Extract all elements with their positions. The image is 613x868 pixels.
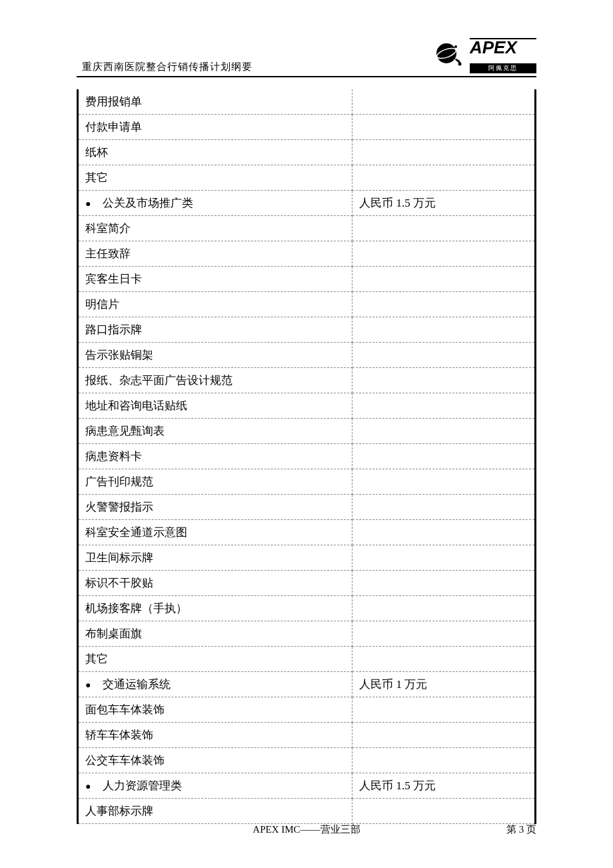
header-title: 重庆西南医院整合行销传播计划纲要 — [77, 61, 253, 73]
value-cell — [352, 495, 536, 520]
item-cell: 科室安全通道示意图 — [78, 520, 352, 545]
value-cell — [352, 165, 536, 191]
table-row: 科室安全通道示意图 — [78, 520, 536, 545]
value-cell — [352, 216, 536, 241]
item-label: 地址和咨询电话贴纸 — [85, 399, 187, 412]
item-label: 宾客生日卡 — [85, 273, 142, 285]
value-cell — [352, 140, 536, 165]
value-cell — [352, 444, 536, 469]
apex-logo-subtitle: 阿佩克思 — [470, 63, 536, 73]
value-cell — [352, 241, 536, 267]
table-row: 面包车车体装饰 — [78, 697, 536, 723]
item-label: 纸杯 — [85, 146, 108, 159]
value-cell — [352, 89, 536, 115]
value-cell — [352, 115, 536, 140]
table-row: 费用报销单 — [78, 89, 536, 115]
table-row: 布制桌面旗 — [78, 621, 536, 647]
item-cell: 广告刊印规范 — [78, 469, 352, 495]
item-cell: 付款申请单 — [78, 115, 352, 140]
budget-table: 费用报销单付款申请单纸杯其它●公关及市场推广类人民币 1.5 万元科室简介主任致… — [77, 89, 536, 824]
item-label: 轿车车体装饰 — [85, 729, 153, 741]
table-row: 病患资料卡 — [78, 444, 536, 469]
item-label: 病患意见甄询表 — [85, 425, 165, 437]
item-label: 费用报销单 — [85, 95, 142, 108]
value-cell — [352, 799, 536, 824]
value-cell — [352, 748, 536, 773]
table-row: ●公关及市场推广类人民币 1.5 万元 — [78, 191, 536, 216]
item-cell: 面包车车体装饰 — [78, 697, 352, 723]
item-cell: ●人力资源管理类 — [78, 773, 352, 799]
item-cell: 布制桌面旗 — [78, 621, 352, 647]
item-label: 标识不干胶贴 — [85, 577, 153, 589]
item-label: 人事部标示牌 — [85, 805, 153, 817]
value-cell — [352, 520, 536, 545]
item-cell: 费用报销单 — [78, 89, 352, 115]
table-row: 地址和咨询电话贴纸 — [78, 393, 536, 419]
item-label: 明信片 — [85, 298, 119, 311]
item-cell: 地址和咨询电话贴纸 — [78, 393, 352, 419]
globe-logo-icon — [434, 40, 464, 67]
item-label: 广告刊印规范 — [85, 475, 153, 488]
table-row: 广告刊印规范 — [78, 469, 536, 495]
svg-point-2 — [454, 45, 457, 48]
item-cell: 科室简介 — [78, 216, 352, 241]
item-cell: 告示张贴铜架 — [78, 343, 352, 368]
item-label: 面包车车体装饰 — [85, 703, 165, 716]
item-label: 付款申请单 — [85, 121, 142, 133]
item-label: 科室简介 — [85, 222, 131, 235]
item-label: 报纸、杂志平面广告设计规范 — [85, 374, 233, 387]
table-row: 纸杯 — [78, 140, 536, 165]
item-label: 机场接客牌（手执） — [85, 602, 187, 615]
value-cell — [352, 596, 536, 621]
item-cell: 其它 — [78, 165, 352, 191]
value-cell — [352, 647, 536, 672]
item-cell: 病患资料卡 — [78, 444, 352, 469]
header-logos: APEX 阿佩克思 — [434, 33, 536, 73]
item-cell: 轿车车体装饰 — [78, 723, 352, 748]
page-footer: APEX IMC——营业三部 第 3 页 — [77, 823, 536, 836]
item-cell: ●交通运输系统 — [78, 672, 352, 697]
value-cell — [352, 621, 536, 647]
footer-page-number: 第 3 页 — [506, 823, 536, 836]
value-cell — [352, 723, 536, 748]
item-cell: 明信片 — [78, 292, 352, 317]
apex-logo: APEX 阿佩克思 — [470, 33, 536, 73]
item-label: 科室安全通道示意图 — [85, 526, 187, 539]
item-cell: 路口指示牌 — [78, 317, 352, 343]
table-row: 火警警报指示 — [78, 495, 536, 520]
value-cell — [352, 317, 536, 343]
item-cell: 人事部标示牌 — [78, 799, 352, 824]
apex-logo-icon: APEX — [470, 33, 536, 60]
item-label: 卫生间标示牌 — [85, 551, 153, 564]
value-cell — [352, 368, 536, 393]
value-cell: 人民币 1.5 万元 — [352, 773, 536, 799]
table-row: 轿车车体装饰 — [78, 723, 536, 748]
item-label: 布制桌面旗 — [85, 627, 142, 640]
bullet-icon: ● — [85, 199, 91, 209]
item-cell: 标识不干胶贴 — [78, 571, 352, 596]
item-label: 公交车车体装饰 — [85, 754, 165, 767]
item-cell: 病患意见甄询表 — [78, 419, 352, 444]
bullet-icon: ● — [85, 680, 91, 691]
table-row: 科室简介 — [78, 216, 536, 241]
table-row: 标识不干胶贴 — [78, 571, 536, 596]
item-cell: 纸杯 — [78, 140, 352, 165]
table-row: 人事部标示牌 — [78, 799, 536, 824]
footer-center-text: APEX IMC——营业三部 — [253, 823, 360, 836]
item-label: 路口指示牌 — [85, 323, 142, 336]
item-cell: 火警警报指示 — [78, 495, 352, 520]
table-row: 路口指示牌 — [78, 317, 536, 343]
value-cell — [352, 343, 536, 368]
item-label: 人力资源管理类 — [103, 779, 182, 792]
item-cell: 公交车车体装饰 — [78, 748, 352, 773]
table-row: 报纸、杂志平面广告设计规范 — [78, 368, 536, 393]
table-row: 机场接客牌（手执） — [78, 596, 536, 621]
item-cell: 主任致辞 — [78, 241, 352, 267]
value-cell — [352, 393, 536, 419]
svg-text:APEX: APEX — [470, 37, 518, 57]
value-cell: 人民币 1 万元 — [352, 672, 536, 697]
item-label: 告示张贴铜架 — [85, 349, 153, 361]
value-cell — [352, 545, 536, 571]
page-header: 重庆西南医院整合行销传播计划纲要 APEX 阿佩克思 — [77, 33, 536, 77]
table-row: 公交车车体装饰 — [78, 748, 536, 773]
